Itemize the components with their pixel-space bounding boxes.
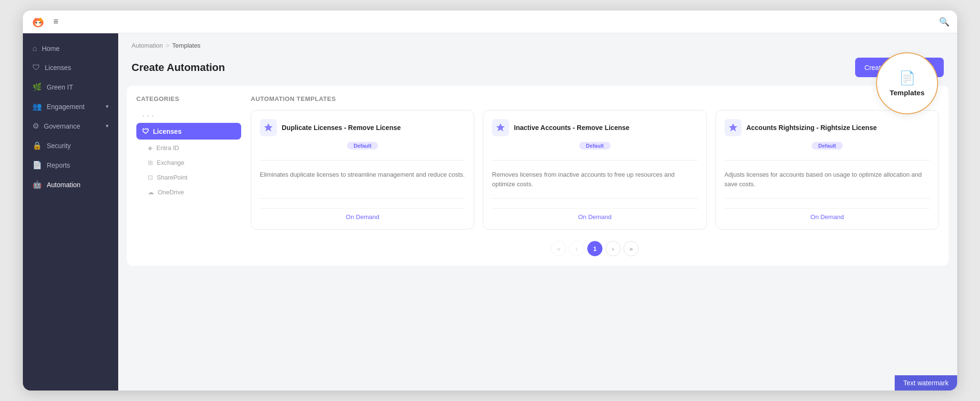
category-label-onedrive: OneDrive bbox=[158, 189, 184, 196]
sidebar-item-home[interactable]: ⌂ Home bbox=[23, 39, 118, 58]
category-label-entra-id: Entra ID bbox=[156, 144, 179, 151]
template-icon-2 bbox=[492, 119, 509, 136]
logo: ≡ bbox=[31, 14, 59, 30]
sidebar-label-green-it: Green IT bbox=[47, 83, 73, 91]
sidebar-label-automation: Automation bbox=[47, 181, 81, 189]
page-title: Create Automation bbox=[132, 61, 225, 74]
divider-2 bbox=[492, 160, 697, 160]
template-name-2: Inactive Accounts - Remove License bbox=[514, 123, 629, 132]
divider-bottom-2 bbox=[492, 198, 697, 199]
sidebar-label-reports: Reports bbox=[47, 161, 70, 169]
automation-icon: 🤖 bbox=[32, 180, 42, 189]
template-card-accounts-rightsizing[interactable]: Accounts Rightsizing - Rightsize License… bbox=[715, 110, 939, 230]
entra-id-icon: ◈ bbox=[148, 144, 153, 151]
template-card-inactive-accounts[interactable]: Inactive Accounts - Remove License Defau… bbox=[483, 110, 706, 230]
pagination-current[interactable]: 1 bbox=[587, 241, 602, 256]
sidebar-label-security: Security bbox=[47, 142, 71, 150]
watermark-text: Text watermark bbox=[903, 379, 949, 387]
logo-icon bbox=[31, 14, 46, 30]
sidebar-label-home: Home bbox=[42, 45, 60, 52]
page-header: Create Automation Create From Scratch + bbox=[118, 54, 957, 86]
category-item-entra-id[interactable]: ◈ Entra ID bbox=[136, 140, 241, 155]
top-bar: ≡ 🔍 bbox=[23, 10, 957, 33]
exchange-icon: ⊞ bbox=[148, 159, 153, 166]
sidebar-item-green-it[interactable]: 🌿 Green IT bbox=[23, 77, 118, 97]
divider-3 bbox=[725, 160, 930, 160]
svg-point-4 bbox=[35, 22, 37, 23]
badge-wrapper-2: Default bbox=[492, 142, 697, 150]
template-name-1: Duplicate Licenses - Remove License bbox=[282, 123, 401, 132]
hamburger-icon[interactable]: ≡ bbox=[53, 17, 59, 27]
category-label-licenses: Licenses bbox=[153, 128, 182, 135]
licenses-cat-icon: 🛡 bbox=[142, 127, 149, 135]
sidebar-item-engagement[interactable]: 👥 Engagement ▾ bbox=[23, 97, 118, 116]
breadcrumb-separator: > bbox=[166, 42, 170, 49]
divider-bottom-3 bbox=[725, 198, 930, 199]
home-icon: ⌂ bbox=[32, 44, 37, 53]
templates-section-title: Automation Templates bbox=[251, 95, 939, 102]
svg-point-5 bbox=[39, 22, 41, 23]
categories-panel: Categories · · · 🛡 Licenses ◈ Entra ID ⊞… bbox=[136, 95, 241, 256]
template-schedule-1: On Demand bbox=[260, 208, 465, 221]
sidebar-item-automation[interactable]: 🤖 Automation bbox=[23, 175, 118, 194]
search-icon[interactable]: 🔍 bbox=[939, 17, 949, 27]
badge-wrapper-1: Default bbox=[260, 142, 465, 150]
sidebar: ⌂ Home 🛡 Licenses 🌿 Green IT 👥 Engagemen… bbox=[23, 33, 118, 391]
default-badge-1: Default bbox=[347, 142, 378, 150]
sidebar-item-governance[interactable]: ⚙ Governance ▾ bbox=[23, 116, 118, 136]
category-label-exchange: Exchange bbox=[157, 159, 184, 166]
svg-point-3 bbox=[35, 20, 41, 26]
sidebar-label-engagement: Engagement bbox=[47, 103, 84, 110]
templates-panel: Automation Templates Duplicate License bbox=[251, 95, 939, 256]
template-icon-1 bbox=[260, 119, 277, 136]
breadcrumb: Automation > Templates bbox=[118, 33, 957, 54]
main-content-wrapper: Categories · · · 🛡 Licenses ◈ Entra ID ⊞… bbox=[127, 86, 949, 266]
category-item-sharepoint[interactable]: ⊡ SharePoint bbox=[136, 170, 241, 185]
category-item-licenses[interactable]: 🛡 Licenses bbox=[136, 123, 241, 140]
pagination-first[interactable]: « bbox=[551, 241, 566, 256]
templates-circle-label: Templates bbox=[889, 89, 924, 97]
onedrive-icon: ☁ bbox=[148, 189, 154, 196]
default-badge-3: Default bbox=[812, 142, 843, 150]
template-schedule-3: On Demand bbox=[725, 208, 930, 221]
reports-icon: 📄 bbox=[32, 160, 42, 170]
content-area: 📄 Templates Automation > Templates Creat… bbox=[118, 33, 957, 391]
engagement-icon: 👥 bbox=[32, 102, 42, 111]
sidebar-item-licenses[interactable]: 🛡 Licenses bbox=[23, 58, 118, 77]
sidebar-item-security[interactable]: 🔒 Security bbox=[23, 136, 118, 155]
category-item-onedrive[interactable]: ☁ OneDrive bbox=[136, 185, 241, 200]
licenses-icon: 🛡 bbox=[32, 63, 40, 72]
sharepoint-icon: ⊡ bbox=[148, 174, 153, 181]
sidebar-label-licenses: Licenses bbox=[45, 64, 71, 71]
template-schedule-2: On Demand bbox=[492, 208, 697, 221]
pagination: « ‹ 1 › » bbox=[251, 241, 939, 256]
templates-circle-overlay: 📄 Templates bbox=[876, 52, 938, 114]
template-name-3: Accounts Rightsizing - Rightsize License bbox=[746, 123, 877, 132]
card-header-1: Duplicate Licenses - Remove License bbox=[260, 119, 465, 136]
categories-title: Categories bbox=[136, 95, 241, 102]
sidebar-item-reports[interactable]: 📄 Reports bbox=[23, 155, 118, 175]
divider-bottom-1 bbox=[260, 198, 465, 199]
template-card-duplicate-licenses[interactable]: Duplicate Licenses - Remove License Defa… bbox=[251, 110, 474, 230]
main-layout: ⌂ Home 🛡 Licenses 🌿 Green IT 👥 Engagemen… bbox=[23, 33, 957, 391]
chevron-down-icon-governance: ▾ bbox=[106, 123, 109, 129]
sidebar-label-governance: Governance bbox=[44, 122, 80, 130]
template-desc-1: Eliminates duplicate licenses to streaml… bbox=[260, 170, 465, 189]
template-icon-3 bbox=[725, 119, 742, 136]
breadcrumb-parent[interactable]: Automation bbox=[132, 42, 163, 49]
category-label-sharepoint: SharePoint bbox=[157, 174, 187, 181]
templates-grid: Duplicate Licenses - Remove License Defa… bbox=[251, 110, 939, 230]
top-right: 🔍 bbox=[939, 17, 949, 27]
card-header-3: Accounts Rightsizing - Rightsize License bbox=[725, 119, 930, 136]
template-desc-2: Removes licenses from inactive accounts … bbox=[492, 170, 697, 189]
templates-circle-icon: 📄 bbox=[899, 70, 916, 86]
pagination-next[interactable]: › bbox=[605, 241, 621, 256]
pagination-last[interactable]: » bbox=[623, 241, 639, 256]
breadcrumb-current: Templates bbox=[172, 42, 200, 49]
category-item-exchange[interactable]: ⊞ Exchange bbox=[136, 155, 241, 170]
security-icon: 🔒 bbox=[32, 141, 42, 150]
chevron-down-icon: ▾ bbox=[106, 103, 109, 110]
category-dots: · · · bbox=[136, 109, 241, 123]
pagination-prev[interactable]: ‹ bbox=[569, 241, 584, 256]
card-header-2: Inactive Accounts - Remove License bbox=[492, 119, 697, 136]
